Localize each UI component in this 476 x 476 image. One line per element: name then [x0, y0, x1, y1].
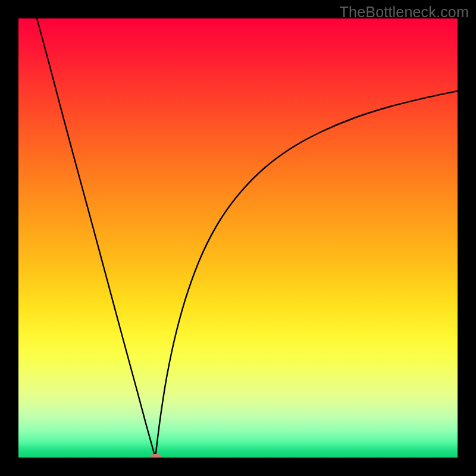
chart-frame: TheBottleneck.com: [0, 0, 476, 476]
curve-right-branch: [155, 91, 458, 458]
minimum-marker: [151, 454, 161, 458]
bottleneck-curve: [18, 18, 458, 458]
curve-left-branch: [37, 18, 155, 458]
plot-area: [18, 18, 458, 458]
watermark-text: TheBottleneck.com: [340, 4, 469, 21]
